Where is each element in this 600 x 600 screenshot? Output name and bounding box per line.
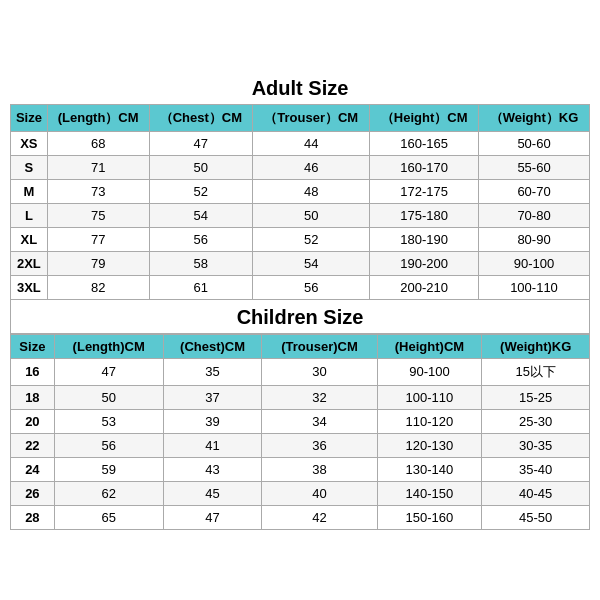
children-title: Children Size: [10, 300, 590, 334]
table-cell: 160-170: [370, 155, 479, 179]
children-header-cell: (Chest)CM: [163, 334, 262, 358]
table-cell: 47: [163, 505, 262, 529]
adult-header-cell: （Trouser）CM: [253, 104, 370, 131]
table-row: 26624540140-15040-45: [11, 481, 590, 505]
table-cell: 53: [54, 409, 163, 433]
table-cell: 47: [149, 131, 253, 155]
table-cell: 120-130: [377, 433, 482, 457]
table-cell: 160-165: [370, 131, 479, 155]
table-cell: 46: [253, 155, 370, 179]
table-cell: 47: [54, 358, 163, 385]
table-cell: 61: [149, 275, 253, 299]
table-cell: 50: [149, 155, 253, 179]
table-cell: 75: [47, 203, 149, 227]
table-cell: 25-30: [482, 409, 590, 433]
table-cell: 60-70: [479, 179, 590, 203]
adult-header-cell: （Weight）KG: [479, 104, 590, 131]
table-cell: 2XL: [11, 251, 48, 275]
adult-header-cell: Size: [11, 104, 48, 131]
table-row: L755450175-18070-80: [11, 203, 590, 227]
table-cell: 3XL: [11, 275, 48, 299]
table-cell: 82: [47, 275, 149, 299]
adult-table: Size(Length）CM（Chest）CM（Trouser）CM（Heigh…: [10, 104, 590, 300]
table-cell: 54: [253, 251, 370, 275]
children-header-cell: (Trouser)CM: [262, 334, 377, 358]
children-section: Children Size Size(Length)CM(Chest)CM(Tr…: [10, 300, 590, 530]
table-cell: 100-110: [377, 385, 482, 409]
table-cell: 32: [262, 385, 377, 409]
table-cell: 54: [149, 203, 253, 227]
children-header-cell: (Height)CM: [377, 334, 482, 358]
table-cell: 15以下: [482, 358, 590, 385]
table-cell: 52: [253, 227, 370, 251]
table-row: 2XL795854190-20090-100: [11, 251, 590, 275]
table-cell: 70-80: [479, 203, 590, 227]
table-cell: 55-60: [479, 155, 590, 179]
table-cell: 50: [253, 203, 370, 227]
table-cell: 150-160: [377, 505, 482, 529]
table-cell: 65: [54, 505, 163, 529]
table-cell: 26: [11, 481, 55, 505]
table-row: 18503732100-11015-25: [11, 385, 590, 409]
table-cell: 110-120: [377, 409, 482, 433]
table-cell: 90-100: [479, 251, 590, 275]
table-cell: 80-90: [479, 227, 590, 251]
table-cell: 42: [262, 505, 377, 529]
table-cell: 77: [47, 227, 149, 251]
children-header-cell: Size: [11, 334, 55, 358]
table-cell: 79: [47, 251, 149, 275]
table-row: 1647353090-10015以下: [11, 358, 590, 385]
table-cell: 40-45: [482, 481, 590, 505]
table-cell: 18: [11, 385, 55, 409]
table-row: S715046160-17055-60: [11, 155, 590, 179]
table-cell: L: [11, 203, 48, 227]
table-cell: 50-60: [479, 131, 590, 155]
table-row: XL775652180-19080-90: [11, 227, 590, 251]
table-cell: 56: [149, 227, 253, 251]
children-table: Size(Length)CM(Chest)CM(Trouser)CM(Heigh…: [10, 334, 590, 530]
table-cell: 35-40: [482, 457, 590, 481]
table-row: 22564136120-13030-35: [11, 433, 590, 457]
table-cell: 100-110: [479, 275, 590, 299]
table-cell: 37: [163, 385, 262, 409]
table-cell: 175-180: [370, 203, 479, 227]
table-cell: 43: [163, 457, 262, 481]
table-row: XS684744160-16550-60: [11, 131, 590, 155]
table-cell: 30-35: [482, 433, 590, 457]
table-cell: S: [11, 155, 48, 179]
table-row: 3XL826156200-210100-110: [11, 275, 590, 299]
table-cell: M: [11, 179, 48, 203]
table-cell: 68: [47, 131, 149, 155]
table-cell: 30: [262, 358, 377, 385]
table-cell: 140-150: [377, 481, 482, 505]
table-cell: 28: [11, 505, 55, 529]
table-cell: 24: [11, 457, 55, 481]
table-cell: XL: [11, 227, 48, 251]
table-cell: 90-100: [377, 358, 482, 385]
table-cell: 20: [11, 409, 55, 433]
table-cell: 58: [149, 251, 253, 275]
table-cell: 172-175: [370, 179, 479, 203]
adult-section: Adult Size Size(Length）CM（Chest）CM（Trous…: [10, 71, 590, 300]
table-cell: 62: [54, 481, 163, 505]
table-cell: 56: [54, 433, 163, 457]
table-cell: 71: [47, 155, 149, 179]
table-cell: 48: [253, 179, 370, 203]
table-cell: 190-200: [370, 251, 479, 275]
table-cell: 180-190: [370, 227, 479, 251]
table-cell: 52: [149, 179, 253, 203]
table-cell: 44: [253, 131, 370, 155]
table-cell: 15-25: [482, 385, 590, 409]
table-cell: 40: [262, 481, 377, 505]
table-row: 28654742150-16045-50: [11, 505, 590, 529]
adult-header-cell: (Length）CM: [47, 104, 149, 131]
adult-title: Adult Size: [10, 71, 590, 104]
adult-header-cell: （Chest）CM: [149, 104, 253, 131]
table-row: M735248172-17560-70: [11, 179, 590, 203]
table-cell: 59: [54, 457, 163, 481]
table-cell: 35: [163, 358, 262, 385]
table-cell: XS: [11, 131, 48, 155]
table-cell: 45-50: [482, 505, 590, 529]
table-cell: 36: [262, 433, 377, 457]
table-cell: 130-140: [377, 457, 482, 481]
